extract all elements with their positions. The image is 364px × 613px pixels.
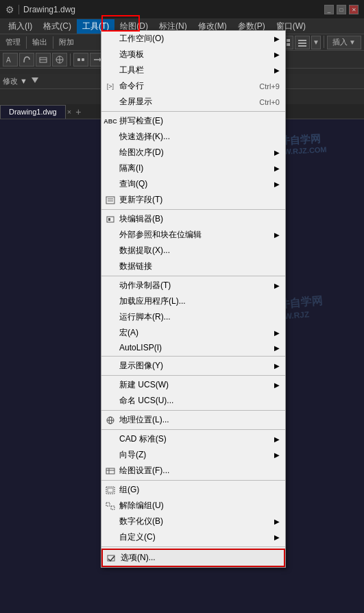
cmdline-shortcut: Ctrl+9 [259,82,280,91]
menu-newucs[interactable]: 新建 UCS(W) ▶ [101,377,285,393]
menu-wizard[interactable]: 向导(Z) ▶ [101,447,285,463]
toolbar-label: 工具栏 [119,64,144,76]
menu-draworder[interactable]: 绘图次序(D) ▶ [101,145,285,160]
sep4 [70,53,71,66]
spellcheck-icon: ABC [104,118,117,125]
fullscreen-label: 全屏显示 [119,96,152,108]
menu-group[interactable]: 组(G) [101,482,285,498]
svg-rect-1 [287,39,290,42]
updatefield-label: 更新字段(T) [119,194,162,206]
svg-rect-27 [106,197,114,204]
menu-loadapp[interactable]: 加载应用程序(L)... [101,293,285,309]
toolbar-label-extra: 附加 [56,37,77,47]
toolbar-arrow: ▶ [274,67,280,74]
close-icon[interactable]: ✕ [349,5,359,14]
actionrec-label: 动作录制器(T) [119,280,171,291]
blockeditor-icon [104,215,117,224]
menu-displayimage[interactable]: 显示图像(Y) ▶ [101,358,285,374]
menu-xref[interactable]: 外部参照和块在位编辑 ▶ [101,227,285,243]
svg-rect-39 [108,488,113,492]
menu-ungroup[interactable]: 解除编组(U) [101,498,285,514]
menu-options[interactable]: 选项(N)... [101,549,285,567]
menu-inquiry[interactable]: 查询(Q) ▶ [101,176,285,192]
xref-label: 外部参照和块在位编辑 [119,229,202,241]
modify-label[interactable]: 修改 ▼ [3,76,27,86]
menu-fullscreen[interactable]: 全屏显示 Ctrl+0 [101,94,285,110]
toolbar-dropdown-btn[interactable]: ▼ [311,36,321,49]
menu-cadstandards[interactable]: CAD 标准(S) ▶ [101,431,285,447]
maximize-icon[interactable]: □ [337,5,346,14]
menu-palettes[interactable]: 选项板 ▶ [101,47,285,62]
menu-item-insert[interactable]: 插入(I) [3,19,38,34]
macro-label: 宏(A) [119,327,138,339]
draworder-label: 绘图次序(D) [119,147,164,158]
digitize-label: 数字化仪(B) [119,516,163,527]
nameducs-label: 命名 UCS(U)... [119,395,173,407]
menu-dataextract[interactable]: 数据提取(X)... [101,243,285,259]
wizard-arrow: ▶ [274,451,280,459]
inquiry-label: 查询(Q) [119,178,147,190]
customize-arrow: ▶ [274,533,280,541]
menu-item-format[interactable]: 格式(C) [38,19,77,34]
menu-blockeditor[interactable]: 块编辑器(B) [101,211,285,227]
svg-rect-41 [111,506,114,509]
sep-1 [101,111,285,112]
cadstandards-label: CAD 标准(S) [119,433,167,445]
fullscreen-shortcut: Ctrl+0 [259,98,280,106]
digitize-arrow: ▶ [274,518,280,525]
group-label: 组(G) [119,484,139,496]
sep-7 [101,429,285,430]
isolate-label: 隔离(I) [119,163,143,174]
svg-marker-26 [32,77,38,83]
menu-workspace[interactable]: 工作空间(O) ▶ [101,31,285,47]
menu-runscript[interactable]: 运行脚本(R)... [101,309,285,325]
tb-btn-c[interactable] [36,53,51,67]
tb-btn-d[interactable] [52,53,67,67]
tab-add-btn[interactable]: + [71,105,85,119]
title-text: Drawing1.dwg [23,5,75,14]
menu-spellcheck[interactable]: ABC 拼写检查(E) [101,113,285,129]
sep-4 [101,356,285,357]
menu-geolocation[interactable]: 地理位置(L)... [101,412,285,428]
menu-digitize[interactable]: 数字化仪(B) ▶ [101,514,285,529]
menu-drawsettings[interactable]: 绘图设置(F)... [101,463,285,479]
insert-btn[interactable]: 插入 ▼ [327,36,361,49]
workspace-arrow: ▶ [274,35,280,43]
svg-rect-4 [298,40,306,41]
menu-quickselect[interactable]: 快速选择(K)... [101,129,285,145]
options-label: 选项(N)... [121,552,156,564]
tb-btn-e[interactable] [73,53,88,67]
svg-rect-14 [82,58,84,61]
menu-macro[interactable]: 宏(A) ▶ [101,325,285,341]
menu-toolbar[interactable]: 工具栏 ▶ [101,62,285,78]
toolbar-btn-2[interactable] [295,36,310,49]
autolisp-arrow: ▶ [274,344,280,352]
newucs-label: 新建 UCS(W) [119,379,169,391]
actionrec-arrow: ▶ [274,282,280,289]
menu-datalink[interactable]: 数据链接 [101,259,285,274]
macro-arrow: ▶ [274,329,280,337]
tools-dropdown-menu: 工作空间(O) ▶ 选项板 ▶ 工具栏 ▶ [>] 命令行 Ctrl+9 全屏显… [101,30,286,568]
tb-btn-b[interactable] [19,53,34,67]
menu-updatefield[interactable]: 更新字段(T) [101,192,285,208]
sep3 [324,36,324,48]
options-icon [106,554,118,562]
toolbar-label-manage: 管理 [3,37,23,47]
modify-expand-btn[interactable] [32,77,38,86]
svg-rect-3 [287,43,290,46]
svg-rect-13 [77,58,80,61]
menu-isolate[interactable]: 隔离(I) ▶ [101,160,285,176]
runscript-label: 运行脚本(R)... [119,311,171,323]
title-bar: ⚙ Drawing1.dwg _ □ ✕ [0,0,364,19]
loadapp-label: 加载应用程序(L)... [119,296,186,307]
tb-btn-a[interactable]: A [3,53,18,67]
menu-customize[interactable]: 自定义(C) ▶ [101,529,285,545]
menu-cmdline[interactable]: [>] 命令行 Ctrl+9 [101,78,285,94]
cmdline-icon: [>] [104,83,117,90]
menu-actionrec[interactable]: 动作录制器(T) ▶ [101,278,285,293]
tab-drawing[interactable]: Drawing1.dwg [0,105,66,119]
menu-autolisp[interactable]: AutoLISP(I) ▶ [101,341,285,354]
menu-nameducs[interactable]: 命名 UCS(U)... [101,393,285,409]
cadstandards-arrow: ▶ [274,435,280,443]
minimize-icon[interactable]: _ [324,5,334,14]
